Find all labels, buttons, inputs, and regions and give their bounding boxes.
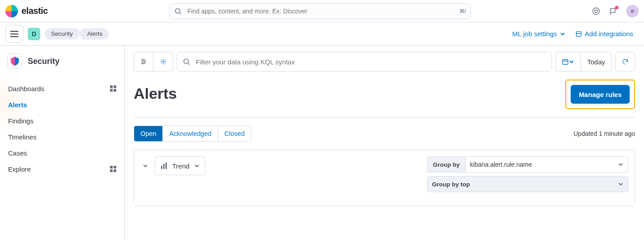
global-search[interactable]: ⌘/ — [169, 3, 471, 19]
brand-logo[interactable]: elastic — [5, 5, 48, 17]
newsfeed-icon[interactable] — [609, 7, 617, 15]
date-range-label[interactable]: Today — [580, 52, 612, 72]
bar-chart-icon — [161, 162, 168, 169]
svg-rect-13 — [110, 166, 113, 168]
svg-point-2 — [593, 8, 600, 14]
grid-icon — [110, 166, 116, 172]
search-icon — [174, 7, 182, 15]
last-updated: Updated 1 minute ago — [573, 130, 635, 137]
svg-rect-33 — [163, 164, 165, 169]
sidebar-item-timelines[interactable]: Timelines — [7, 129, 117, 145]
panel-collapse-toggle[interactable] — [140, 161, 150, 171]
svg-rect-34 — [165, 163, 167, 169]
search-icon — [182, 58, 191, 66]
sidebar-item-explore[interactable]: Explore — [7, 161, 117, 177]
add-integrations-button[interactable]: Add integrations — [575, 30, 633, 38]
group-by-value: kibana.alert.rule.name — [470, 161, 532, 168]
svg-rect-12 — [114, 89, 116, 92]
filter-icon — [140, 58, 147, 65]
sidebar: Security Dashboards Alerts Findings Time… — [0, 46, 125, 240]
grid-icon — [110, 85, 116, 92]
svg-line-1 — [179, 13, 181, 14]
tab-acknowledged[interactable]: Acknowledged — [162, 126, 217, 141]
hamburger-icon — [10, 31, 18, 37]
breadcrumbs: Security Alerts — [45, 28, 109, 40]
chevron-down-icon — [194, 163, 199, 168]
app-header: D Security Alerts ML job settings Add in… — [0, 22, 644, 46]
group-by-top-select[interactable]: Group by top — [427, 176, 628, 192]
svg-line-27 — [188, 63, 189, 64]
brand-name: elastic — [21, 6, 48, 16]
user-avatar[interactable]: e — [626, 5, 639, 17]
divider — [134, 117, 635, 118]
svg-rect-14 — [114, 166, 116, 168]
global-search-input[interactable] — [186, 7, 455, 15]
package-icon — [575, 30, 582, 38]
global-header: elastic ⌘/ e — [0, 0, 644, 22]
nav-toggle-button[interactable] — [5, 25, 23, 43]
elastic-logo-icon — [5, 5, 18, 17]
svg-rect-9 — [110, 85, 113, 88]
svg-rect-11 — [110, 89, 113, 92]
filter-toggle-button[interactable] — [134, 52, 153, 72]
svg-rect-28 — [563, 59, 568, 64]
svg-point-22 — [142, 63, 144, 64]
svg-rect-10 — [114, 85, 116, 88]
page-title: Alerts — [134, 85, 177, 102]
group-by-label: Group by — [427, 156, 465, 173]
breadcrumb-item[interactable]: Security — [45, 28, 81, 40]
add-filter-button[interactable] — [153, 52, 173, 72]
sidebar-item-findings[interactable]: Findings — [7, 113, 117, 129]
svg-rect-7 — [576, 31, 581, 36]
help-icon[interactable] — [592, 7, 600, 15]
refresh-button[interactable] — [615, 52, 635, 72]
tab-open[interactable]: Open — [134, 126, 162, 141]
chevron-down-icon — [560, 31, 565, 37]
space-selector[interactable]: D — [28, 28, 40, 40]
chevron-down-icon — [143, 163, 148, 168]
chevron-down-icon — [618, 181, 623, 187]
chart-panel: Trend Group by kibana.alert.rule.name Gr… — [134, 150, 635, 206]
chevron-down-icon — [618, 162, 623, 167]
notification-dot — [615, 6, 619, 9]
alert-status-tabs: Open Acknowledged Closed — [134, 126, 251, 142]
group-by-select[interactable]: Group by kibana.alert.rule.name — [427, 156, 628, 173]
svg-point-20 — [144, 61, 145, 63]
manage-rules-highlight: Manage rules — [565, 80, 635, 109]
main-content: Today Alerts Manage rules Open Acknowled… — [125, 46, 644, 240]
sidebar-item-cases[interactable]: Cases — [7, 145, 117, 161]
svg-rect-15 — [110, 169, 113, 172]
manage-rules-button[interactable]: Manage rules — [571, 85, 630, 104]
svg-point-3 — [595, 10, 597, 13]
kql-filter[interactable] — [177, 52, 552, 72]
sidebar-item-alerts[interactable]: Alerts — [7, 97, 117, 113]
date-quick-select[interactable] — [555, 52, 580, 72]
query-toolbar: Today — [134, 52, 635, 72]
refresh-icon — [622, 58, 629, 65]
breadcrumb-item[interactable]: Alerts — [79, 28, 109, 40]
search-shortcut: ⌘/ — [459, 8, 466, 14]
kql-input[interactable] — [195, 58, 546, 66]
calendar-icon — [562, 58, 569, 65]
svg-point-18 — [142, 59, 144, 61]
ml-job-settings-button[interactable]: ML job settings — [512, 30, 565, 38]
tab-closed[interactable]: Closed — [218, 126, 251, 141]
chevron-down-icon — [569, 59, 574, 64]
sidebar-title: Security — [7, 54, 117, 69]
sidebar-item-dashboards[interactable]: Dashboards — [7, 80, 117, 97]
date-picker[interactable]: Today — [555, 52, 612, 72]
chart-type-select[interactable]: Trend — [155, 156, 205, 175]
security-app-icon — [7, 54, 22, 69]
plus-circle-icon — [160, 58, 167, 65]
svg-point-0 — [175, 8, 180, 13]
svg-rect-16 — [114, 169, 116, 172]
svg-point-26 — [184, 59, 189, 64]
svg-rect-32 — [161, 166, 162, 169]
